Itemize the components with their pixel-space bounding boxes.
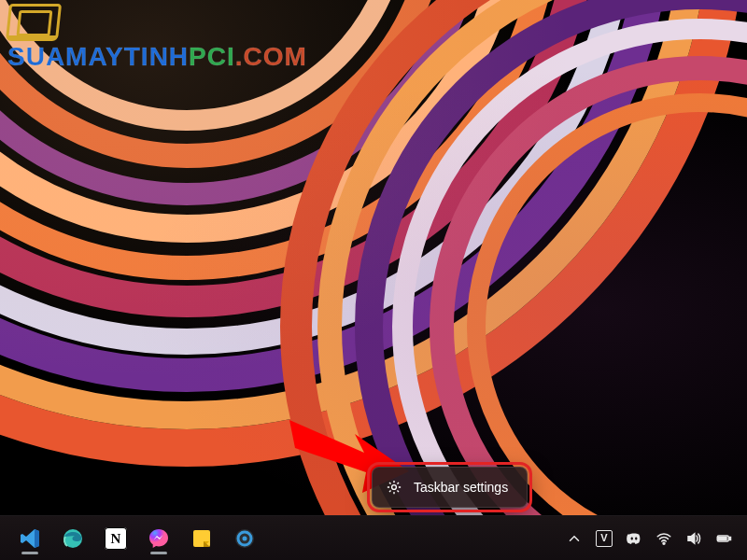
battery-icon[interactable] xyxy=(715,530,732,547)
taskbar[interactable]: N V xyxy=(0,515,747,560)
svg-point-1 xyxy=(392,485,397,490)
taskbar-app-settings[interactable] xyxy=(226,520,263,557)
taskbar-settings-label: Taskbar settings xyxy=(414,480,508,495)
tray-v-indicator[interactable]: V xyxy=(596,530,613,547)
system-tray: V xyxy=(566,530,747,547)
notion-letter: N xyxy=(105,527,127,550)
taskbar-context-menu: Taskbar settings xyxy=(372,467,528,508)
watermark-logo: SUAMAYTINHPCI.COM xyxy=(7,4,307,70)
tray-overflow-button[interactable] xyxy=(566,530,583,547)
taskbar-pinned-apps: N xyxy=(0,520,263,557)
taskbar-app-notion[interactable]: N xyxy=(97,520,134,557)
chevron-up-icon xyxy=(566,530,583,547)
gear-icon xyxy=(386,479,402,496)
watermark-text-1: SUAMAYTINH xyxy=(7,42,189,71)
watermark-glyph xyxy=(6,4,62,41)
volume-icon[interactable] xyxy=(685,530,702,547)
taskbar-settings-menuitem[interactable]: Taskbar settings xyxy=(378,473,521,501)
svg-rect-9 xyxy=(729,537,731,539)
watermark-text-2: PCI xyxy=(189,42,235,71)
svg-rect-10 xyxy=(719,537,726,539)
taskbar-app-vscode[interactable] xyxy=(11,520,49,557)
svg-rect-3 xyxy=(193,530,210,547)
svg-point-6 xyxy=(243,536,247,540)
desktop-wallpaper[interactable] xyxy=(0,0,747,515)
watermark-text-3: .COM xyxy=(235,42,307,71)
svg-point-7 xyxy=(663,542,665,544)
discord-icon[interactable] xyxy=(626,530,642,547)
taskbar-app-edge[interactable] xyxy=(54,520,92,557)
wifi-icon[interactable] xyxy=(655,530,672,547)
taskbar-app-messenger[interactable] xyxy=(140,520,177,557)
taskbar-app-sticky-notes[interactable] xyxy=(183,520,220,557)
